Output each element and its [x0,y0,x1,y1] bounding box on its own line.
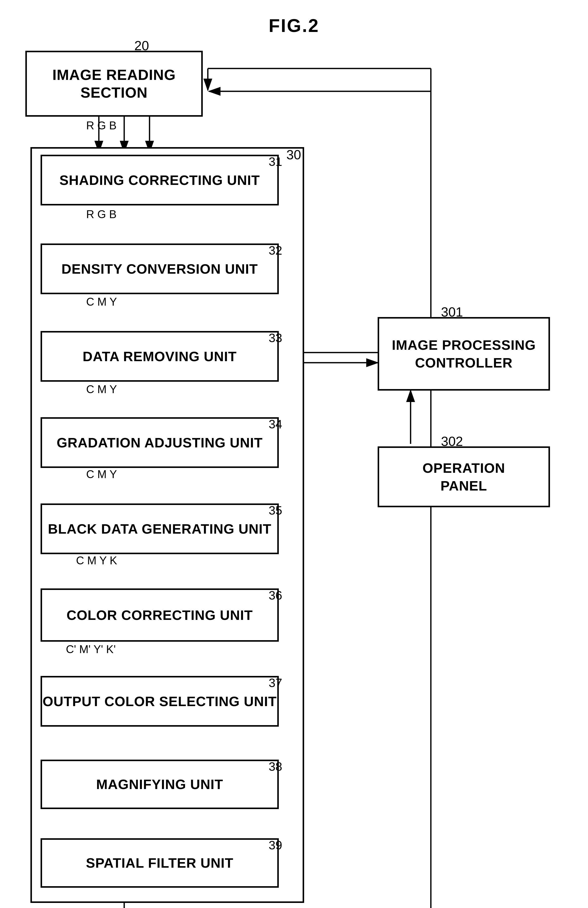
output-color-label: OUTPUT COLOR SELECTING UNIT [43,693,277,710]
rgb-label-1: R G B [86,119,117,132]
ref-36: 36 [269,588,282,602]
cmy-label-3: C M Y [86,468,117,481]
magnifying-unit-box: MAGNIFYING UNIT [40,760,279,809]
ref-35: 35 [269,504,282,517]
rgb-label-2: R G B [86,208,117,221]
data-removing-label: DATA REMOVING UNIT [83,348,237,365]
ref-39: 39 [269,838,282,852]
ref-31: 31 [269,155,282,169]
ref-302: 302 [441,434,463,449]
output-color-selecting-unit-box: OUTPUT COLOR SELECTING UNIT [40,676,279,727]
shading-correcting-unit-box: SHADING CORRECTING UNIT [40,155,279,205]
image-reading-section-box: IMAGE READING SECTION [25,51,203,117]
cmyk-label: C M Y K [76,554,117,567]
figure-title: FIG.2 [269,15,319,36]
magnifying-label: MAGNIFYING UNIT [96,776,223,793]
gradation-adjusting-unit-box: GRADATION ADJUSTING UNIT [40,417,279,468]
ref-20: 20 [134,38,149,53]
spatial-filter-unit-box: SPATIAL FILTER UNIT [40,838,279,888]
operation-panel-label: OPERATION PANEL [423,459,505,494]
cpmpypkp-label: C' M' Y' K' [66,643,116,656]
data-removing-unit-box: DATA REMOVING UNIT [40,331,279,382]
shading-label: SHADING CORRECTING UNIT [59,172,260,188]
cmy-label-1: C M Y [86,295,117,308]
image-processing-controller-box: IMAGE PROCESSING CONTROLLER [378,317,550,391]
cmy-label-2: C M Y [86,383,117,396]
ref-301: 301 [441,304,463,320]
ref-30: 30 [286,147,301,162]
ref-37: 37 [269,676,282,690]
color-correcting-unit-box: COLOR CORRECTING UNIT [40,588,279,642]
black-data-generating-unit-box: BLACK DATA GENERATING UNIT [40,504,279,554]
gradation-label: GRADATION ADJUSTING UNIT [57,435,263,451]
density-conversion-unit-box: DENSITY CONVERSION UNIT [40,243,279,294]
ref-33: 33 [269,331,282,345]
ref-38: 38 [269,760,282,774]
color-correcting-label: COLOR CORRECTING UNIT [67,607,253,623]
operation-panel-box: OPERATION PANEL [378,446,550,507]
image-processing-controller-label: IMAGE PROCESSING CONTROLLER [392,336,536,372]
density-label: DENSITY CONVERSION UNIT [61,261,258,277]
image-reading-section-label: IMAGE READING SECTION [53,66,176,101]
spatial-filter-label: SPATIAL FILTER UNIT [86,855,233,871]
ref-34: 34 [269,417,282,431]
black-data-label: BLACK DATA GENERATING UNIT [48,521,272,537]
diagram: FIG.2 IMAGE READING SECTION 20 R G B 30 … [0,0,588,908]
ref-32: 32 [269,243,282,258]
